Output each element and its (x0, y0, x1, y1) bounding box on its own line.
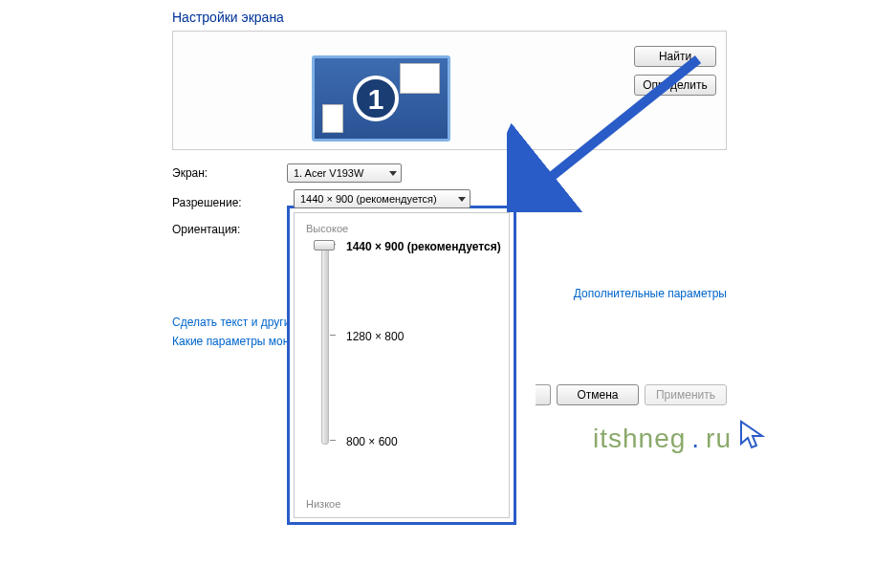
identify-button[interactable]: Определить (634, 75, 716, 96)
find-button[interactable]: Найти (634, 46, 716, 67)
apply-button: Применить (645, 384, 727, 405)
monitor-number: 1 (353, 76, 399, 121)
screen-dropdown[interactable]: 1. Acer V193W (287, 163, 402, 183)
orientation-label: Ориентация: (172, 223, 287, 236)
text-size-link[interactable]: Сделать текст и другие (172, 316, 296, 329)
watermark: itshneg.ru (593, 419, 770, 458)
resolution-popup: 1440 × 900 (рекомендуется) Высокое 1440 … (287, 206, 516, 525)
screen-label: Экран: (172, 166, 287, 180)
resolution-option[interactable]: 800 × 600 (346, 435, 398, 448)
display-preview-box: 1 Найти Определить (172, 31, 727, 150)
resolution-label: Разрешение: (172, 196, 287, 209)
preview-window-icon (400, 63, 440, 94)
advanced-settings-link[interactable]: Дополнительные параметры (574, 287, 727, 300)
resolution-slider[interactable]: 1440 × 900 (рекомендуется) 1280 × 800 80… (316, 244, 497, 454)
slider-track (321, 244, 329, 445)
resolution-dropdown[interactable]: 1440 × 900 (рекомендуется) (294, 189, 470, 208)
slider-low-label: Низкое (306, 498, 340, 510)
chevron-down-icon (458, 197, 466, 202)
slider-thumb[interactable] (314, 240, 335, 250)
slider-high-label: Высокое (306, 223, 497, 234)
screen-dropdown-value: 1. Acer V193W (294, 167, 363, 179)
resolution-dropdown-value: 1440 × 900 (рекомендуется) (300, 193, 437, 205)
monitor-preview[interactable]: 1 (312, 55, 450, 142)
svg-marker-2 (741, 422, 762, 447)
resolution-option[interactable]: 1280 × 800 (346, 330, 404, 343)
preview-window-icon (322, 104, 343, 133)
resolution-option[interactable]: 1440 × 900 (рекомендуется) (346, 240, 501, 253)
ok-button-edge[interactable] (536, 384, 551, 405)
monitor-params-link[interactable]: Какие параметры мон (172, 335, 296, 348)
page-title: Настройки экрана (172, 10, 727, 25)
cursor-icon (737, 419, 770, 458)
chevron-down-icon (389, 171, 397, 176)
cancel-button[interactable]: Отмена (557, 384, 639, 405)
